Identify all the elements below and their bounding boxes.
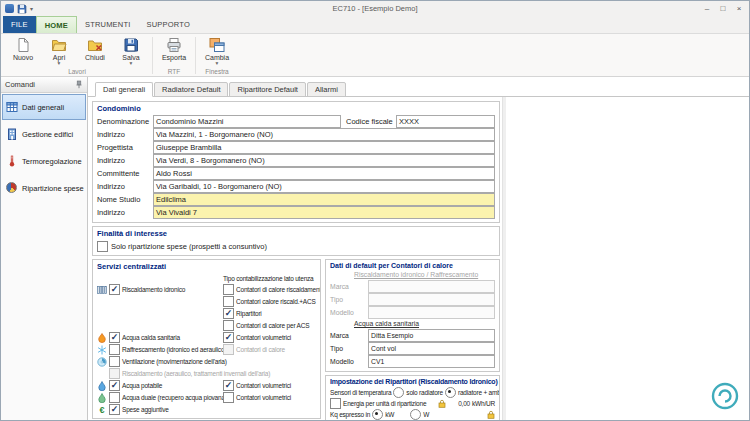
tipo-acs-input[interactable]: Cont vol — [368, 342, 495, 355]
chevron-down-icon — [58, 61, 61, 65]
committente-input[interactable]: Aldo Rossi — [153, 167, 495, 180]
maximize-button[interactable]: □ — [715, 3, 731, 15]
kq-espresso-label: Kq espresso in — [330, 411, 370, 418]
tab-supporto[interactable]: SUPPORTO — [139, 16, 198, 33]
energia-unita-checkbox[interactable] — [330, 398, 341, 409]
contatori-calore-riscaldamento-label[interactable]: Contatori di calore riscaldamento — [236, 286, 321, 293]
tab-dati-generali[interactable]: Dati generali — [95, 82, 153, 97]
form-scrollbar[interactable] — [502, 97, 506, 420]
kq-kw-label[interactable]: kW — [385, 411, 394, 418]
tab-strumenti[interactable]: STRUMENTI — [77, 16, 139, 33]
denominazione-input[interactable]: Condominio Mazzini — [153, 115, 341, 128]
acqua-duale-checkbox[interactable] — [109, 392, 120, 403]
sidebar: Comandi Dati generali Gestione edifici T… — [1, 77, 88, 420]
energia-value[interactable]: 0,00 — [448, 400, 470, 407]
kq-w-label[interactable]: W — [423, 411, 429, 418]
solo-radiatore-radio[interactable] — [393, 387, 404, 398]
sidebar-header: Comandi — [1, 77, 87, 93]
ripartitori-checkbox[interactable] — [223, 308, 234, 319]
riscaldamento-idronico-label[interactable]: Riscaldamento idronico — [122, 286, 185, 293]
esporta-button[interactable]: Esporta — [156, 35, 192, 61]
riscaldamento-idronico-checkbox[interactable] — [109, 284, 120, 295]
spese-aggiuntive-checkbox[interactable] — [109, 404, 120, 415]
contatori-calore-riscald-acs-label[interactable]: Contatori calore riscald.+ACS — [236, 298, 316, 305]
contatori-volumetrici-duale-label[interactable]: Contatori volumetrici — [236, 394, 291, 401]
contatori-volumetrici-duale-checkbox[interactable] — [223, 392, 234, 403]
indirizzo-committente-input[interactable]: Via Garibaldi, 10 - Borgomanero (NO) — [153, 180, 495, 193]
minimize-button[interactable]: – — [699, 3, 715, 15]
acqua-duale-label[interactable]: Acqua duale (recupero acqua piovana) — [122, 394, 227, 401]
chiudi-button[interactable]: Chiudi — [77, 35, 113, 61]
radiatore-ambiente-radio[interactable] — [445, 387, 456, 398]
sidebar-header-label: Comandi — [5, 80, 35, 89]
solo-ripartizione-checkbox[interactable] — [97, 241, 108, 252]
spese-aggiuntive-label[interactable]: Spese aggiuntive — [122, 406, 169, 413]
progettista-input[interactable]: Giuseppe Brambilla — [153, 141, 495, 154]
cambia-button[interactable]: Cambia — [199, 35, 235, 65]
salva-button[interactable]: Salva — [113, 35, 149, 65]
sidebar-item-dati-generali[interactable]: Dati generali — [2, 94, 86, 120]
chiudi-label: Chiudi — [85, 54, 105, 61]
tab-ripartitore-default[interactable]: Ripartitore Default — [229, 82, 305, 97]
acqua-calda-checkbox[interactable] — [109, 332, 120, 343]
ribbon-tab-bar: FILE HOME STRUMENTI SUPPORTO — [1, 16, 749, 34]
solo-radiatore-label[interactable]: solo radiatore — [406, 389, 443, 396]
acqua-calda-label[interactable]: Acqua calda sanitaria — [122, 334, 180, 341]
solo-ripartizione-label[interactable]: Solo ripartizione spese (prospetti a con… — [111, 242, 267, 251]
modello-acs-input[interactable]: CV1 — [368, 355, 495, 368]
close-button[interactable]: × — [731, 3, 747, 15]
contatori-volumetrici-label[interactable]: Contatori volumetrici — [236, 334, 291, 341]
nuovo-button[interactable]: Nuovo — [5, 35, 41, 61]
contatori-calore-riscald-acs-checkbox[interactable] — [223, 296, 234, 307]
tab-radiatore-default[interactable]: Radiatore Default — [154, 82, 228, 97]
contatori-calore-acs-checkbox[interactable] — [223, 320, 234, 331]
ventilazione-label[interactable]: Ventilazione (movimentazione dell'aria) — [122, 358, 227, 365]
pin-icon[interactable] — [75, 80, 83, 89]
water-drop-icon — [97, 381, 107, 391]
contatori-calore-riscaldamento-checkbox[interactable] — [223, 284, 234, 295]
acqua-potabile-checkbox[interactable] — [109, 380, 120, 391]
indirizzo-condominio-input[interactable]: Via Mazzini, 1 - Borgomanero (NO) — [153, 128, 495, 141]
ribbon-group-label-lavori: Lavori — [68, 68, 86, 76]
quick-save-icon[interactable] — [17, 4, 27, 14]
snowflake-icon — [97, 345, 107, 355]
sidebar-item-ripartizione-spese[interactable]: Ripartizione spese — [2, 175, 86, 201]
window-controls: – □ × — [699, 3, 747, 15]
sidebar-item-gestione-edifici[interactable]: Gestione edifici — [2, 121, 86, 147]
sidebar-item-label: Ripartizione spese — [22, 184, 84, 193]
nome-studio-input[interactable]: Edilclima — [153, 193, 495, 206]
chevron-down-icon — [130, 61, 133, 65]
indirizzo-studio-input[interactable]: Via Vivaldi 7 — [153, 206, 495, 219]
export-printer-icon — [166, 37, 182, 53]
raffrescamento-label[interactable]: Raffrescamento (idronico ed aeraulico) — [122, 346, 226, 353]
save-icon — [123, 37, 139, 53]
tab-allarmi[interactable]: Allarmi — [307, 82, 346, 97]
ripartitori-label[interactable]: Ripartitori — [236, 310, 262, 317]
radiatore-ambiente-label[interactable]: radiatore + ambiente — [458, 389, 500, 396]
tab-home[interactable]: HOME — [36, 16, 77, 33]
dati-default-group: Dati di default per Contatori di calore … — [325, 259, 500, 372]
raffrescamento-checkbox[interactable] — [109, 344, 120, 355]
contatori-volumetrici-potabile-label[interactable]: Contatori volumetrici — [236, 382, 291, 389]
codice-fiscale-input[interactable]: XXXX — [396, 115, 495, 128]
energia-unita-label[interactable]: Energia per unità di ripartizione — [343, 400, 426, 407]
ventilazione-checkbox[interactable] — [109, 356, 120, 367]
sidebar-item-termoregolazione[interactable]: Termoregolazione — [2, 148, 86, 174]
indirizzo-progettista-input[interactable]: Via Verdi, 8 - Borgomanero (NO) — [153, 154, 495, 167]
euro-icon — [97, 405, 107, 415]
quick-access-dropdown-icon[interactable] — [30, 5, 33, 12]
marca-acs-input[interactable]: Ditta Esempio — [368, 329, 495, 342]
modello-label: Modello — [330, 358, 368, 365]
lock-icon[interactable] — [487, 410, 495, 419]
kq-kw-radio[interactable] — [372, 409, 383, 420]
acqua-potabile-label[interactable]: Acqua potabile — [122, 382, 162, 389]
contatori-calore-acs-label[interactable]: Contatori di calore per ACS — [236, 322, 309, 329]
lock-icon[interactable] — [438, 399, 446, 408]
sezione-acs-link: Acqua calda sanitaria — [354, 320, 495, 327]
sidebar-item-label: Termoregolazione — [22, 157, 82, 166]
tab-file[interactable]: FILE — [3, 16, 36, 33]
kq-w-radio[interactable] — [410, 409, 421, 420]
contatori-volumetrici-checkbox[interactable] — [223, 332, 234, 343]
contatori-volumetrici-potabile-checkbox[interactable] — [223, 380, 234, 391]
apri-button[interactable]: Apri — [41, 35, 77, 65]
